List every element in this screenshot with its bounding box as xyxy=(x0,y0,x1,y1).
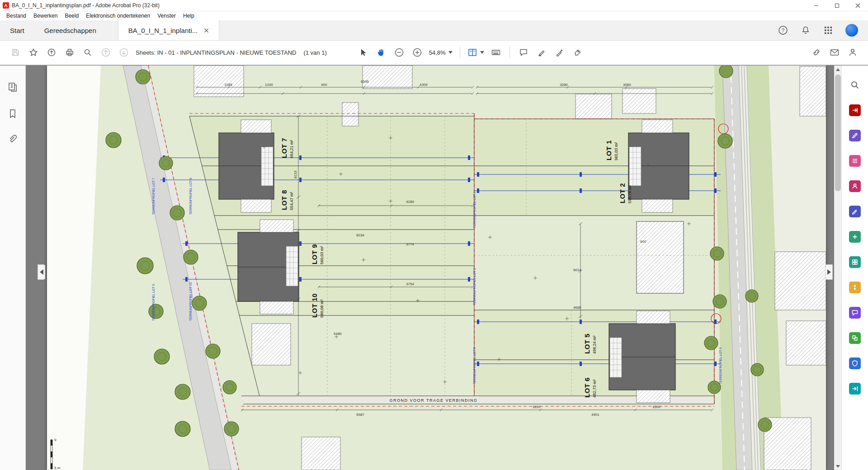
stamp-icon xyxy=(573,48,582,57)
touch-mode-button[interactable] xyxy=(489,45,503,60)
tab-start[interactable]: Start xyxy=(0,20,34,40)
minus-circle-icon xyxy=(394,47,404,57)
tab-document[interactable]: BA_0_I_N_1_inplanti... xyxy=(118,20,219,40)
search-tool-button[interactable] xyxy=(847,77,863,93)
scrollbar-thumb[interactable] xyxy=(835,75,841,191)
fill-sign-button[interactable] xyxy=(847,204,863,219)
menu-elektronisch-ondertekenen[interactable]: Elektronisch ondertekenen xyxy=(82,12,154,20)
scroll-up-button[interactable] xyxy=(834,66,842,73)
next-page-button[interactable] xyxy=(117,45,131,60)
svg-text:590,78 m²: 590,78 m² xyxy=(627,185,632,203)
export-pdf-button[interactable] xyxy=(847,103,863,118)
edit-pdf-button[interactable] xyxy=(847,128,863,143)
collapse-right-panel-button[interactable] xyxy=(825,264,833,280)
optimize-pdf-button[interactable] xyxy=(847,330,863,346)
collapse-left-panel-button[interactable] xyxy=(38,264,45,280)
maximize-button[interactable] xyxy=(826,0,847,11)
page-thumbnails-icon[interactable] xyxy=(7,82,18,93)
zoom-in-button[interactable] xyxy=(410,45,425,60)
page-display-icon xyxy=(467,47,477,57)
svg-text:3754: 3754 xyxy=(406,282,414,286)
compress-pdf-button[interactable] xyxy=(847,280,863,295)
svg-text:482,73 m²: 482,73 m² xyxy=(592,379,597,398)
svg-text:580,08 m²: 580,08 m² xyxy=(320,299,324,318)
svg-text:1085: 1085 xyxy=(224,83,232,87)
close-button[interactable] xyxy=(847,0,868,11)
select-tool-button[interactable] xyxy=(356,45,370,60)
svg-text:600: 600 xyxy=(640,240,646,244)
previous-page-button[interactable] xyxy=(99,45,113,60)
create-link-button[interactable] xyxy=(809,45,824,60)
print-button[interactable] xyxy=(62,45,77,60)
send-mail-button[interactable] xyxy=(827,45,842,60)
highlight-tool-button[interactable] xyxy=(534,45,549,60)
svg-text:3280: 3280 xyxy=(560,83,568,87)
comment-icon xyxy=(519,48,528,57)
svg-text:4289: 4289 xyxy=(406,200,414,204)
triangle-down-icon xyxy=(836,465,840,468)
attachments-icon[interactable] xyxy=(7,134,18,145)
acrobat-logo-icon xyxy=(3,2,9,9)
plan-background xyxy=(47,66,826,470)
favorite-button[interactable] xyxy=(26,45,41,60)
zoom-level-value: 54,8% xyxy=(429,49,446,56)
create-pdf-button[interactable] xyxy=(847,229,863,244)
workspace: 1085 1200 900 6595 4309 3280 3060 8215 6… xyxy=(0,66,868,470)
tab-bar: Start Gereedschappen BA_0_I_N_1_inplanti… xyxy=(0,20,868,41)
vertical-scrollbar[interactable] xyxy=(834,66,842,470)
zoom-level-dropdown[interactable]: 54,8% xyxy=(429,49,453,56)
save-button[interactable] xyxy=(8,45,23,60)
page-display-dropdown[interactable] xyxy=(467,47,484,57)
organize-pages-button[interactable] xyxy=(847,153,863,169)
menu-help[interactable]: Help xyxy=(179,12,198,20)
minimize-button[interactable] xyxy=(806,0,826,11)
menu-bestand[interactable]: Bestand xyxy=(3,12,30,20)
svg-text:5014: 5014 xyxy=(573,268,581,272)
optimize-pdf-icon xyxy=(851,334,859,342)
svg-text:4901: 4901 xyxy=(591,413,599,417)
bookmarks-icon[interactable] xyxy=(7,108,18,119)
svg-text:900: 900 xyxy=(321,83,327,87)
tab-close-icon[interactable] xyxy=(204,28,209,33)
sign-tool-button[interactable] xyxy=(552,45,567,60)
menu-beeld[interactable]: Beeld xyxy=(61,12,82,20)
add-comment-button[interactable] xyxy=(847,305,863,320)
document-canvas[interactable]: 1085 1200 900 6595 4309 3280 3060 8215 6… xyxy=(26,66,834,470)
find-button[interactable] xyxy=(80,45,95,60)
comment-tool-button[interactable] xyxy=(516,45,531,60)
fill-sign-icon xyxy=(851,208,859,215)
user-avatar[interactable] xyxy=(845,24,858,37)
title-bar: BA_0_I_N_1_inplantingsplan.pdf - Adobe A… xyxy=(0,0,868,11)
share-people-button[interactable] xyxy=(845,45,860,60)
envelope-icon xyxy=(830,47,840,57)
notifications-button[interactable] xyxy=(800,25,811,36)
plus-circle-icon xyxy=(412,47,422,57)
menu-venster[interactable]: Venster xyxy=(154,12,179,20)
svg-text:TERREINPROFIEL LOT 5: TERREINPROFIEL LOT 5 xyxy=(473,347,476,384)
search-icon xyxy=(850,80,860,90)
combine-files-button[interactable] xyxy=(847,254,863,270)
shield-icon xyxy=(851,360,859,367)
app-switcher-button[interactable] xyxy=(823,25,834,36)
hand-tool-button[interactable] xyxy=(374,45,388,60)
help-button[interactable]: ? xyxy=(778,25,788,36)
tab-gereedschappen[interactable]: Gereedschappen xyxy=(34,20,106,40)
menu-bewerken[interactable]: Bewerken xyxy=(30,12,61,20)
stamp-tool-button[interactable] xyxy=(571,45,585,60)
pdf-page[interactable]: 1085 1200 900 6595 4309 3280 3060 8215 6… xyxy=(47,66,826,470)
request-signatures-button[interactable] xyxy=(847,179,863,194)
scroll-down-button[interactable] xyxy=(834,462,842,470)
fountain-pen-icon xyxy=(555,48,564,57)
plan-drawing[interactable]: 1085 1200 900 6595 4309 3280 3060 8215 6… xyxy=(47,66,826,470)
svg-text:LOT 8: LOT 8 xyxy=(280,190,288,210)
person-icon xyxy=(848,47,858,57)
comment-bubble-icon xyxy=(851,309,859,316)
svg-text:5480: 5480 xyxy=(334,332,342,336)
share-button[interactable] xyxy=(44,45,59,60)
svg-text:1200: 1200 xyxy=(652,405,660,409)
protect-pdf-button[interactable] xyxy=(847,356,863,371)
left-panel-rail xyxy=(0,66,26,470)
more-tools-button[interactable] xyxy=(847,381,863,396)
zoom-out-button[interactable] xyxy=(392,45,406,60)
compress-pdf-icon xyxy=(851,284,859,291)
